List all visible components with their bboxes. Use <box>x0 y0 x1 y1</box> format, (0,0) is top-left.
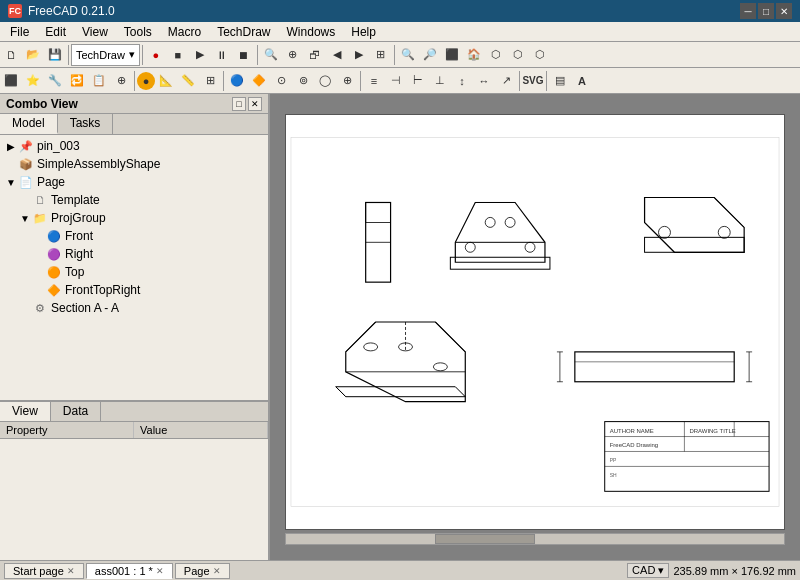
tb2-2[interactable]: ⭐ <box>22 70 44 92</box>
tree-item-front[interactable]: 🔵 Front <box>30 227 266 245</box>
sep8 <box>519 71 520 91</box>
menu-item-tools[interactable]: Tools <box>116 23 160 41</box>
tree-item-pin003[interactable]: ▶ 📌 pin_003 <box>2 137 266 155</box>
drawing-svg: AUTHOR NAME DRAWING TITLE FreeCAD Drawin… <box>286 115 784 529</box>
tb2-1[interactable]: ⬛ <box>0 70 22 92</box>
combo-close-btn[interactable]: ✕ <box>248 97 262 111</box>
tb-btn-9[interactable]: ◀ <box>326 44 348 66</box>
svg-rect-0 <box>291 138 779 507</box>
label-projgroup: ProjGroup <box>51 211 106 225</box>
tb2-16[interactable]: ⊕ <box>336 70 358 92</box>
menu-item-macro[interactable]: Macro <box>160 23 209 41</box>
menu-item-view[interactable]: View <box>74 23 116 41</box>
tb-btn-3[interactable]: ▶ <box>189 44 211 66</box>
combo-float-btn[interactable]: □ <box>232 97 246 111</box>
tb2-10[interactable]: ⊞ <box>199 70 221 92</box>
tb-btn-4[interactable]: ⏸ <box>211 44 233 66</box>
cad-badge[interactable]: CAD ▾ <box>627 563 669 578</box>
menu-item-windows[interactable]: Windows <box>279 23 344 41</box>
tree-item-template[interactable]: 🗋 Template <box>16 191 266 209</box>
status-tab-startpage[interactable]: Start page ✕ <box>4 563 84 579</box>
tb-nav-1[interactable]: ⬡ <box>485 44 507 66</box>
tb2-12[interactable]: 🔶 <box>248 70 270 92</box>
tb2-9[interactable]: 📏 <box>177 70 199 92</box>
tb2-23[interactable]: ↗ <box>495 70 517 92</box>
prop-tab-data[interactable]: Data <box>51 402 101 421</box>
startpage-close[interactable]: ✕ <box>67 566 75 576</box>
tb2-24[interactable]: SVG <box>522 70 544 92</box>
prop-col-value: Value <box>134 422 268 438</box>
h-scroll-thumb[interactable] <box>435 534 535 544</box>
tb2-21[interactable]: ↕ <box>451 70 473 92</box>
prop-col-property: Property <box>0 422 134 438</box>
icon-template: 🗋 <box>32 193 48 207</box>
tb2-25[interactable]: ▤ <box>549 70 571 92</box>
close-button[interactable]: ✕ <box>776 3 792 19</box>
tb2-20[interactable]: ⊥ <box>429 70 451 92</box>
status-tab-ass001[interactable]: ass001 : 1 * ✕ <box>86 563 173 579</box>
tb2-19[interactable]: ⊢ <box>407 70 429 92</box>
status-right: CAD ▾ 235.89 mm × 176.92 mm <box>627 563 796 578</box>
expand-projgroup: ▼ <box>18 213 32 224</box>
menu-item-help[interactable]: Help <box>343 23 384 41</box>
minimize-button[interactable]: ─ <box>740 3 756 19</box>
tb-btn-11[interactable]: ⊞ <box>370 44 392 66</box>
tb-btn-zoom-in[interactable]: 🔍 <box>397 44 419 66</box>
tree-item-fronttopright[interactable]: 🔶 FrontTopRight <box>30 281 266 299</box>
workbench-dropdown[interactable]: TechDraw ▾ <box>71 44 140 66</box>
tb2-8[interactable]: 📐 <box>155 70 177 92</box>
sep5 <box>134 71 135 91</box>
tree-item-simpleassembly[interactable]: 📦 SimpleAssemblyShape <box>2 155 266 173</box>
tb2-3[interactable]: 🔧 <box>44 70 66 92</box>
tb-btn-6[interactable]: 🔍 <box>260 44 282 66</box>
tb-nav-2[interactable]: ⬡ <box>507 44 529 66</box>
tb2-11[interactable]: 🔵 <box>226 70 248 92</box>
tree-item-page[interactable]: ▼ 📄 Page <box>2 173 266 191</box>
page-close[interactable]: ✕ <box>213 566 221 576</box>
tb-btn-cube[interactable]: ⬛ <box>441 44 463 66</box>
tb2-6[interactable]: ⊕ <box>110 70 132 92</box>
tb-btn-1[interactable]: ● <box>145 44 167 66</box>
tb2-14[interactable]: ⊚ <box>292 70 314 92</box>
tb2-4[interactable]: 🔁 <box>66 70 88 92</box>
tb2-26[interactable]: A <box>571 70 593 92</box>
tab-tasks[interactable]: Tasks <box>58 114 114 134</box>
tb2-15[interactable]: ◯ <box>314 70 336 92</box>
drawing-area[interactable]: AUTHOR NAME DRAWING TITLE FreeCAD Drawin… <box>270 94 800 560</box>
save-btn[interactable]: 💾 <box>44 44 66 66</box>
menu-item-edit[interactable]: Edit <box>37 23 74 41</box>
tb-btn-home[interactable]: 🏠 <box>463 44 485 66</box>
sep6 <box>223 71 224 91</box>
h-scrollbar[interactable] <box>285 533 785 545</box>
tb2-22[interactable]: ↔ <box>473 70 495 92</box>
prop-tab-view[interactable]: View <box>0 402 51 421</box>
ass001-close[interactable]: ✕ <box>156 566 164 576</box>
tree-item-right[interactable]: 🟣 Right <box>30 245 266 263</box>
tb-btn-8[interactable]: 🗗 <box>304 44 326 66</box>
tb2-18[interactable]: ⊣ <box>385 70 407 92</box>
maximize-button[interactable]: □ <box>758 3 774 19</box>
open-btn[interactable]: 📂 <box>22 44 44 66</box>
sep2 <box>142 45 143 65</box>
tb-btn-10[interactable]: ▶ <box>348 44 370 66</box>
tb2-7[interactable]: ● <box>137 72 155 90</box>
label-simpleassembly: SimpleAssemblyShape <box>37 157 160 171</box>
menu-item-file[interactable]: File <box>2 23 37 41</box>
tb2-17[interactable]: ≡ <box>363 70 385 92</box>
tab-model[interactable]: Model <box>0 114 58 134</box>
page-tab-label: Page <box>184 565 210 577</box>
tb-btn-5[interactable]: ⏹ <box>233 44 255 66</box>
tb-btn-2[interactable]: ■ <box>167 44 189 66</box>
tree-item-top[interactable]: 🟠 Top <box>30 263 266 281</box>
tb-btn-7[interactable]: ⊕ <box>282 44 304 66</box>
tree-item-sectionaa[interactable]: ⚙ Section A - A <box>16 299 266 317</box>
tree-item-projgroup[interactable]: ▼ 📁 ProjGroup <box>16 209 266 227</box>
tb-nav-3[interactable]: ⬡ <box>529 44 551 66</box>
tb-btn-zoom-out[interactable]: 🔎 <box>419 44 441 66</box>
left-panel: Combo View □ ✕ Model Tasks ▶ 📌 pin_003 📦… <box>0 94 270 560</box>
menu-item-techdraw[interactable]: TechDraw <box>209 23 278 41</box>
status-tab-page[interactable]: Page ✕ <box>175 563 230 579</box>
tb2-5[interactable]: 📋 <box>88 70 110 92</box>
tb2-13[interactable]: ⊙ <box>270 70 292 92</box>
new-btn[interactable]: 🗋 <box>0 44 22 66</box>
